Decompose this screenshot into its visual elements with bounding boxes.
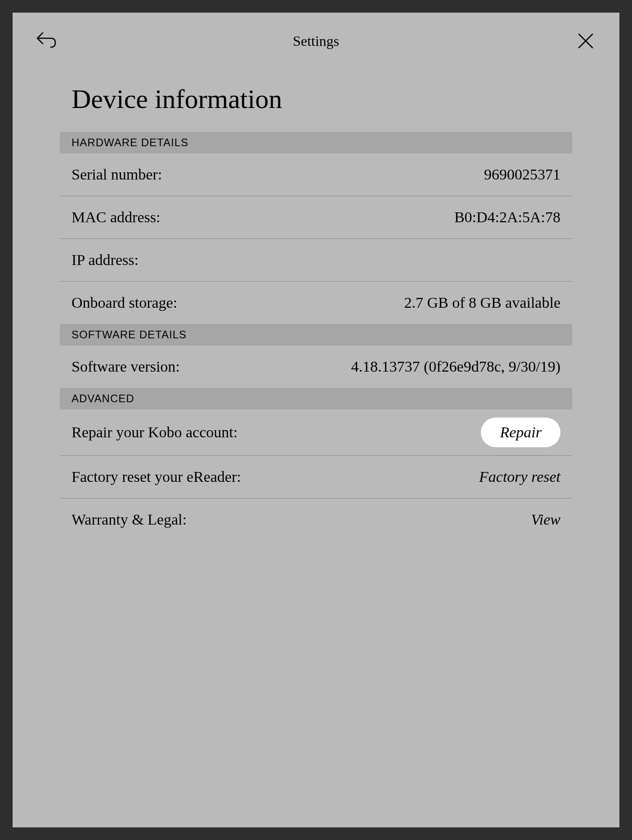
reset-label: Factory reset your eReader: [72, 468, 241, 485]
repair-label: Repair your Kobo account: [72, 424, 238, 441]
storage-label: Onboard storage: [72, 294, 177, 311]
warranty-action[interactable]: View [531, 511, 560, 528]
row-ip: IP address: [60, 239, 572, 282]
row-mac: MAC address: B0:D4:2A:5A:78 [60, 196, 572, 239]
header-title: Settings [293, 33, 339, 49]
ip-label: IP address: [72, 252, 139, 269]
row-serial: Serial number: 9690025371 [60, 153, 572, 196]
software-rows: Software version: 4.18.13737 (0f26e9d78c… [60, 346, 572, 388]
repair-button[interactable]: Repair [481, 418, 560, 447]
row-reset: Factory reset your eReader: Factory rese… [60, 456, 572, 499]
serial-label: Serial number: [72, 166, 162, 183]
reset-action[interactable]: Factory reset [479, 468, 560, 485]
mac-label: MAC address: [72, 209, 160, 226]
version-value: 4.18.13737 (0f26e9d78c, 9/30/19) [351, 358, 560, 375]
hardware-rows: Serial number: 9690025371 MAC address: B… [60, 153, 572, 324]
back-arrow-icon [36, 31, 57, 51]
version-label: Software version: [72, 358, 180, 375]
section-header-hardware: HARDWARE DETAILS [60, 132, 572, 153]
close-button[interactable] [574, 30, 597, 52]
header-bar: Settings [13, 13, 619, 61]
row-version: Software version: 4.18.13737 (0f26e9d78c… [60, 346, 572, 388]
section-header-advanced: ADVANCED [60, 388, 572, 409]
section-header-software: SOFTWARE DETAILS [60, 324, 572, 346]
row-storage: Onboard storage: 2.7 GB of 8 GB availabl… [60, 282, 572, 324]
close-icon [577, 32, 594, 49]
storage-value: 2.7 GB of 8 GB available [404, 294, 561, 311]
row-warranty: Warranty & Legal: View [60, 499, 572, 541]
advanced-rows: Repair your Kobo account: Repair Factory… [60, 409, 572, 541]
back-button[interactable] [35, 30, 58, 52]
mac-value: B0:D4:2A:5A:78 [454, 209, 560, 226]
serial-value: 9690025371 [484, 166, 560, 183]
settings-screen: Settings Device information HARDWARE DET… [13, 13, 619, 827]
content-area: Device information HARDWARE DETAILS Seri… [13, 61, 619, 541]
warranty-label: Warranty & Legal: [72, 511, 187, 528]
row-repair: Repair your Kobo account: Repair [60, 409, 572, 456]
page-title: Device information [60, 84, 572, 115]
